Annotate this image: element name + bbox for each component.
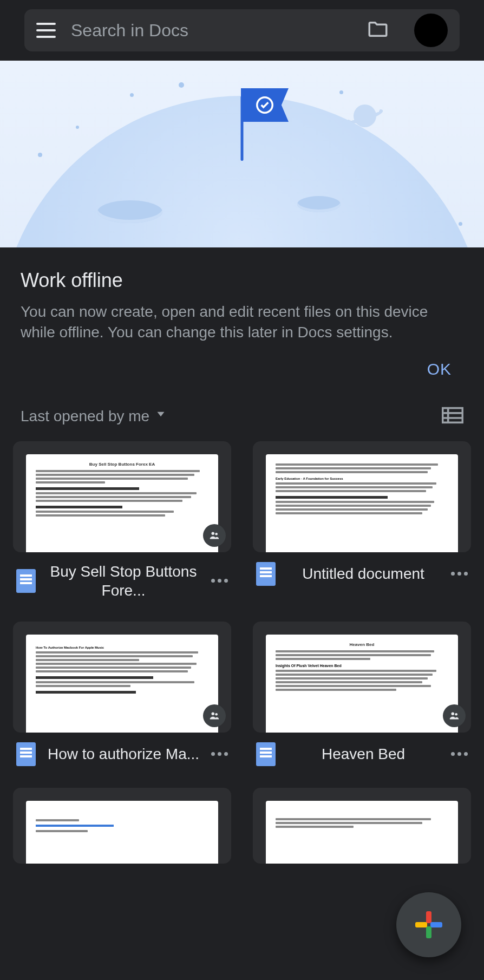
document-thumbnail[interactable]: Heaven Bed Insights Of Plush Velvet Heav… <box>253 622 471 733</box>
offline-message: Work offline You can now create, open an… <box>0 247 484 355</box>
document-thumbnail[interactable] <box>13 788 231 864</box>
document-thumbnail[interactable]: How To Authorize Macbook For Apple Music <box>13 622 231 733</box>
flag-icon <box>241 88 289 122</box>
document-title: Heaven Bed <box>276 744 451 763</box>
ok-button[interactable]: OK <box>427 360 452 378</box>
svg-point-9 <box>452 712 455 715</box>
svg-point-10 <box>455 713 457 716</box>
document-title: How to authorize Ma... <box>36 744 211 763</box>
document-card[interactable]: Heaven Bed Insights Of Plush Velvet Heav… <box>253 622 471 766</box>
search-placeholder: Search in Docs <box>71 21 351 41</box>
svg-point-6 <box>215 533 218 535</box>
message-body: You can now create, open and edit recent… <box>21 302 463 343</box>
more-icon[interactable] <box>451 572 468 576</box>
message-title: Work offline <box>21 269 463 292</box>
arrow-down-icon <box>154 407 168 425</box>
document-title: Untitled document <box>276 564 451 583</box>
docs-icon <box>256 562 276 586</box>
sort-row: Last opened by me <box>0 400 484 441</box>
search-box[interactable]: Search in Docs <box>24 9 460 51</box>
list-view-icon[interactable] <box>442 407 463 426</box>
document-card[interactable]: Buy Sell Stop Buttons Forex EA Buy Sell … <box>13 441 231 600</box>
document-card[interactable] <box>13 788 231 864</box>
document-thumbnail[interactable]: Buy Sell Stop Buttons Forex EA <box>13 441 231 552</box>
svg-point-7 <box>212 712 215 715</box>
docs-icon <box>16 569 36 593</box>
svg-rect-1 <box>443 408 463 422</box>
folder-icon[interactable] <box>367 18 389 43</box>
docs-icon <box>16 742 36 766</box>
document-thumbnail[interactable]: Early Education - A Foundation for Succe… <box>253 441 471 552</box>
document-grid: Buy Sell Stop Buttons Forex EA Buy Sell … <box>0 441 484 864</box>
docs-icon <box>256 742 276 766</box>
shared-icon <box>443 704 466 727</box>
menu-icon[interactable] <box>36 23 56 38</box>
shared-icon <box>203 704 226 727</box>
more-icon[interactable] <box>451 752 468 756</box>
more-icon[interactable] <box>211 752 228 756</box>
svg-point-5 <box>212 532 215 535</box>
new-document-button[interactable] <box>396 892 461 957</box>
document-card[interactable]: How To Authorize Macbook For Apple Music… <box>13 622 231 766</box>
topbar: Search in Docs <box>0 0 484 61</box>
sort-label-text: Last opened by me <box>21 408 149 425</box>
document-card[interactable] <box>253 788 471 864</box>
hero-illustration <box>0 61 484 247</box>
avatar[interactable] <box>414 14 448 47</box>
svg-point-8 <box>215 713 218 716</box>
document-card[interactable]: Early Education - A Foundation for Succe… <box>253 441 471 600</box>
document-thumbnail[interactable] <box>253 788 471 864</box>
sort-dropdown[interactable]: Last opened by me <box>21 407 168 425</box>
document-title: Buy Sell Stop Buttons Fore... <box>36 562 211 600</box>
plus-icon <box>415 911 442 938</box>
shared-icon <box>203 524 226 547</box>
more-icon[interactable] <box>211 579 228 583</box>
